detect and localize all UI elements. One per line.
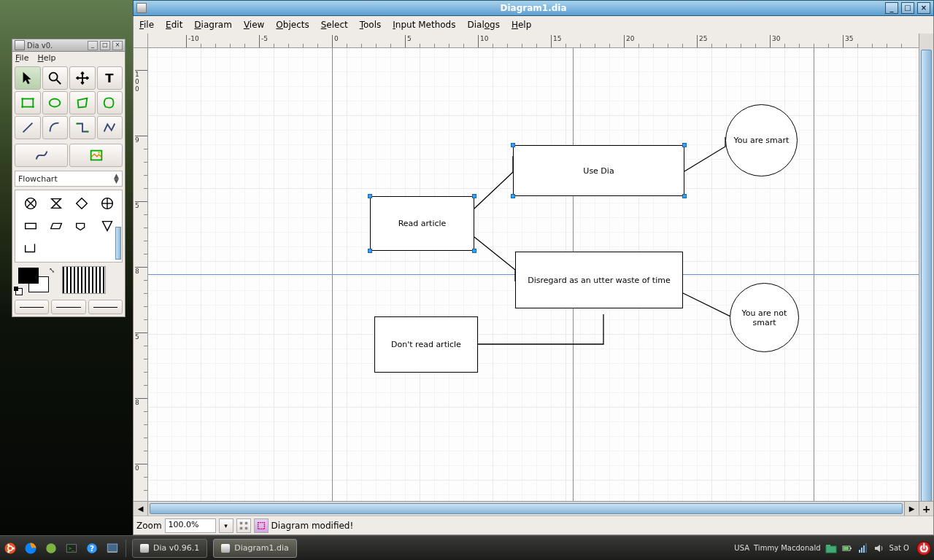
diagram-menubar: File Edit Diagram View Objects Select To… xyxy=(134,16,933,34)
vertical-scrollbar-thumb[interactable] xyxy=(921,50,932,502)
vertical-scrollbar[interactable] xyxy=(919,34,933,501)
line-start-style[interactable] xyxy=(15,300,49,314)
diagram-titlebar[interactable]: Diagram1.dia _ □ × xyxy=(133,0,934,16)
keyboard-layout[interactable]: USA xyxy=(734,544,749,552)
firefox-icon[interactable] xyxy=(23,540,39,556)
default-colors-icon[interactable] xyxy=(15,288,23,295)
menu-view[interactable]: View xyxy=(244,20,264,30)
tool-zigzag[interactable] xyxy=(69,116,96,139)
svg-point-6 xyxy=(21,98,23,100)
tool-text[interactable]: T xyxy=(97,66,123,90)
terminal-icon[interactable]: >_ xyxy=(63,540,80,556)
menu-edit[interactable]: Edit xyxy=(166,20,182,30)
tool-polygon[interactable] xyxy=(69,91,96,114)
selection-handle[interactable] xyxy=(472,194,476,198)
shape-connector-cross[interactable] xyxy=(18,192,43,214)
swap-colors-icon[interactable]: ⤡ xyxy=(49,266,55,274)
selection-handle[interactable] xyxy=(368,194,372,198)
selection-handle[interactable] xyxy=(472,249,476,253)
user-name[interactable]: Timmy Macdonald xyxy=(754,544,820,552)
tool-arc[interactable] xyxy=(42,116,69,139)
minimize-button[interactable]: _ xyxy=(885,2,898,14)
tool-box[interactable] xyxy=(15,91,41,114)
shape-display[interactable] xyxy=(69,215,94,237)
menu-dialogs[interactable]: Dialogs xyxy=(467,20,499,30)
folder-tray-icon[interactable] xyxy=(825,542,837,554)
ruler-corner[interactable] xyxy=(134,34,148,48)
minimize-button[interactable]: _ xyxy=(88,41,98,50)
scroll-right-arrow[interactable]: ▶ xyxy=(904,502,919,516)
shape-disregard[interactable]: Disregard as an utter waste of time xyxy=(515,252,683,308)
snap-object-toggle[interactable] xyxy=(254,518,269,533)
close-button[interactable]: × xyxy=(112,41,123,50)
tool-ellipse[interactable] xyxy=(42,91,69,114)
shape-card[interactable] xyxy=(18,237,43,259)
menu-help[interactable]: Help xyxy=(512,20,531,30)
tool-scroll[interactable] xyxy=(69,66,96,90)
shape-dont-read[interactable]: Don't read article xyxy=(374,316,478,373)
shape-io[interactable] xyxy=(43,215,69,237)
fg-color[interactable] xyxy=(18,268,39,284)
power-button-icon[interactable]: ⏻ xyxy=(916,541,931,556)
tool-line[interactable] xyxy=(15,116,41,139)
shape-process[interactable] xyxy=(18,215,43,237)
sheet-selector[interactable]: Flowchart ▲▼ xyxy=(15,171,123,187)
menu-help[interactable]: Help xyxy=(37,53,55,63)
horizontal-ruler[interactable]: -10-505101520253035 xyxy=(148,34,919,48)
selection-handle[interactable] xyxy=(682,143,687,147)
navigator-button[interactable]: + xyxy=(919,501,933,516)
svg-point-9 xyxy=(32,106,34,108)
tool-image[interactable] xyxy=(69,144,123,167)
shape-read-article[interactable]: Read article xyxy=(370,196,474,251)
task-diagram[interactable]: Diagram1.dia xyxy=(213,539,297,558)
maximize-button[interactable]: □ xyxy=(100,41,110,50)
shape-collate[interactable] xyxy=(43,192,69,214)
menu-file[interactable]: File xyxy=(15,53,28,63)
volume-icon[interactable] xyxy=(873,542,885,554)
palette-scrollbar[interactable] xyxy=(115,227,121,260)
zoom-input[interactable]: 100.0% xyxy=(165,518,216,533)
selection-handle[interactable] xyxy=(368,249,372,253)
selection-handle[interactable] xyxy=(682,194,687,198)
menu-select[interactable]: Select xyxy=(321,20,348,30)
ubuntu-menu-icon[interactable] xyxy=(2,540,18,556)
shape-use-dia[interactable]: Use Dia xyxy=(513,145,684,196)
menu-tools[interactable]: Tools xyxy=(360,20,382,30)
tool-pointer[interactable] xyxy=(15,66,41,90)
shape-not-smart[interactable]: You are not smart xyxy=(730,283,799,352)
show-desktop-icon[interactable] xyxy=(104,540,120,556)
tool-polyline[interactable] xyxy=(97,116,123,139)
pattern-swatch[interactable] xyxy=(62,266,106,294)
clock[interactable]: Sat O xyxy=(889,544,909,552)
canvas[interactable]: Read article Use Dia Disregard as an utt… xyxy=(148,48,919,501)
line-mid-style[interactable] xyxy=(51,300,85,314)
maximize-button[interactable]: □ xyxy=(901,2,914,14)
toolbox-titlebar[interactable]: Dia v0. _ □ × xyxy=(12,39,126,51)
fg-bg-color-swatch[interactable]: ⤡ xyxy=(15,266,56,295)
evolution-icon[interactable] xyxy=(43,540,59,556)
menu-diagram[interactable]: Diagram xyxy=(194,20,232,30)
battery-icon[interactable] xyxy=(841,542,853,554)
vertical-ruler[interactable]: 100958580 xyxy=(134,48,148,501)
help-icon[interactable]: ? xyxy=(84,540,100,556)
horizontal-scrollbar[interactable]: ◀ ▶ xyxy=(134,501,919,516)
tool-beziergon[interactable] xyxy=(97,91,123,114)
menu-input-methods[interactable]: Input Methods xyxy=(393,20,455,30)
shape-summing[interactable] xyxy=(94,192,120,214)
shape-decision[interactable] xyxy=(69,192,94,214)
menu-file[interactable]: File xyxy=(139,20,154,30)
shape-smart[interactable]: You are smart xyxy=(725,104,798,176)
tool-zoom[interactable] xyxy=(42,66,69,90)
selection-handle[interactable] xyxy=(511,143,515,147)
zoom-dropdown[interactable]: ▾ xyxy=(219,518,234,533)
line-end-style[interactable] xyxy=(88,300,123,314)
selection-handle[interactable] xyxy=(511,194,515,198)
tool-bezier[interactable] xyxy=(15,144,68,167)
network-icon[interactable] xyxy=(857,542,869,554)
snap-grid-toggle[interactable] xyxy=(236,518,251,533)
horizontal-scrollbar-thumb[interactable] xyxy=(150,503,903,514)
menu-objects[interactable]: Objects xyxy=(276,20,309,30)
scroll-left-arrow[interactable]: ◀ xyxy=(134,502,148,516)
task-dia-toolbox[interactable]: Dia v0.96.1 xyxy=(132,539,207,558)
close-button[interactable]: × xyxy=(917,2,930,14)
